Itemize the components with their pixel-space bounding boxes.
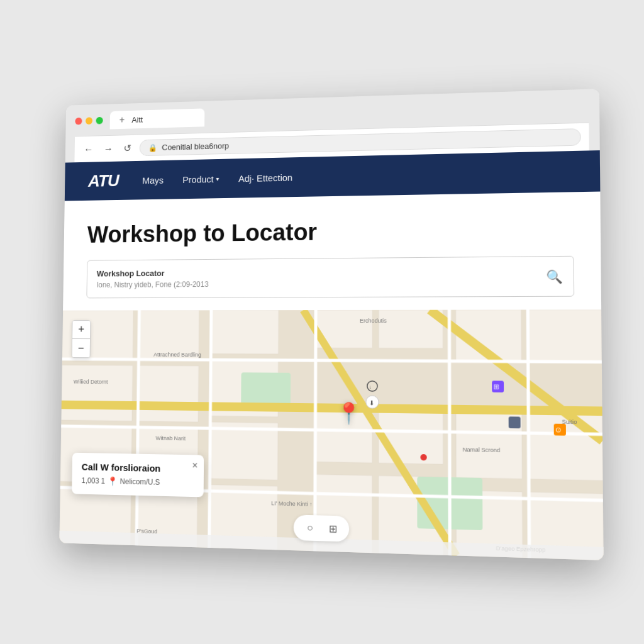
svg-text:Erchodutis: Erchodutis bbox=[360, 318, 387, 324]
nav-product-label: Product bbox=[182, 174, 213, 184]
map-controls: + − bbox=[72, 320, 91, 358]
traffic-lights bbox=[75, 117, 103, 125]
popup-address: 1,003 1 📍 Nelicom/U.S bbox=[81, 475, 194, 488]
svg-rect-16 bbox=[379, 412, 443, 464]
map-grid-button[interactable]: ⊞ bbox=[324, 519, 341, 538]
refresh-button[interactable]: ↺ bbox=[121, 141, 134, 155]
website-content: ATU Mays Product ▾ Adj· Ettection Worksh… bbox=[59, 150, 603, 560]
map-location-pin: 📍 bbox=[336, 401, 361, 426]
back-button[interactable]: ← bbox=[82, 143, 96, 156]
browser-tab[interactable]: + Aitt bbox=[110, 108, 205, 129]
zoom-in-button[interactable]: + bbox=[72, 321, 90, 339]
main-content: Workshop to Locator Workshop Locator Ion… bbox=[63, 192, 601, 299]
forward-button[interactable]: → bbox=[101, 142, 116, 156]
browser-window: + Aitt ← → ↺ 🔒 Coenitial blea6norp ATU M… bbox=[59, 89, 603, 560]
search-content: Workshop Locator Ione, Nistry yideb, Fon… bbox=[96, 269, 208, 289]
svg-text:⊙: ⊙ bbox=[555, 426, 562, 434]
svg-rect-4 bbox=[138, 365, 199, 422]
site-logo: ATU bbox=[88, 171, 119, 191]
map-bottom-controls: ○ ⊞ bbox=[294, 514, 349, 541]
svg-text:⊞: ⊞ bbox=[493, 382, 499, 391]
svg-text:Witnab Narit: Witnab Narit bbox=[156, 435, 186, 441]
search-box[interactable]: Workshop Locator Ione, Nistry yideb, Fon… bbox=[86, 256, 574, 299]
popup-location: Nelicom/U.S bbox=[120, 477, 160, 487]
address-text: Coenitial blea6norp bbox=[162, 141, 229, 152]
map-info-popup: × Call W forslioraion 1,003 1 📍 Nelicom/… bbox=[72, 453, 204, 497]
maximize-traffic-light[interactable] bbox=[96, 117, 103, 125]
map-circle-button[interactable]: ○ bbox=[301, 519, 319, 537]
svg-text:⬇: ⬇ bbox=[369, 399, 374, 407]
minimize-traffic-light[interactable] bbox=[86, 117, 92, 125]
svg-line-37 bbox=[528, 309, 529, 558]
svg-rect-3 bbox=[61, 365, 133, 421]
popup-title: Call W forslioraion bbox=[82, 462, 194, 475]
svg-text:Wiliied Detornt: Wiliied Detornt bbox=[74, 379, 108, 385]
chevron-down-icon: ▾ bbox=[216, 175, 219, 182]
svg-text:↓: ↓ bbox=[369, 384, 372, 390]
zoom-out-button[interactable]: − bbox=[72, 339, 90, 357]
popup-pin-icon: 📍 bbox=[108, 476, 118, 486]
popup-address-number: 1,003 1 bbox=[81, 476, 105, 486]
page-title: Workshop to Locator bbox=[87, 215, 574, 248]
svg-text:Namal Scrond: Namal Scrond bbox=[463, 447, 501, 454]
search-sub: Ione, Nistry yideb, Fone (2:09-2013 bbox=[96, 280, 208, 289]
search-label: Workshop Locator bbox=[97, 269, 209, 279]
popup-close-button[interactable]: × bbox=[192, 460, 197, 471]
nav-product[interactable]: Product ▾ bbox=[182, 174, 219, 185]
nav-ettection[interactable]: Adj· Ettection bbox=[238, 172, 292, 183]
nav-links: Mays Product ▾ Adj· Ettection bbox=[142, 172, 292, 185]
search-icon[interactable]: 🔍 bbox=[546, 269, 563, 284]
tab-label: Aitt bbox=[131, 115, 143, 125]
map-container: Erchodutis Namal Scrond LI' Moche Kinti … bbox=[59, 309, 603, 560]
lock-icon: 🔒 bbox=[148, 143, 157, 152]
svg-rect-20 bbox=[528, 309, 602, 362]
svg-rect-9 bbox=[211, 310, 279, 354]
close-traffic-light[interactable] bbox=[75, 118, 82, 125]
svg-text:Attrachned Bardling: Attrachned Bardling bbox=[153, 352, 201, 358]
svg-rect-51 bbox=[509, 416, 521, 428]
svg-line-34 bbox=[209, 310, 211, 548]
svg-text:LI' Moche Kinti ↑: LI' Moche Kinti ↑ bbox=[271, 500, 312, 508]
nav-mays[interactable]: Mays bbox=[142, 175, 164, 186]
tab-plus: + bbox=[119, 114, 125, 125]
svg-line-36 bbox=[449, 310, 450, 555]
